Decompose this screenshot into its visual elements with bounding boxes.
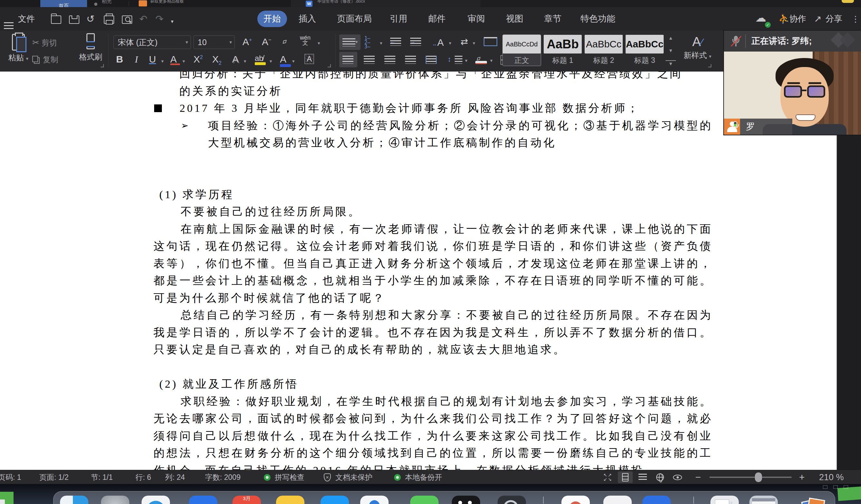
subscript-button[interactable]: X2 xyxy=(212,54,221,66)
dock-icon-app-white[interactable] xyxy=(603,495,632,504)
pinyin-guide-icon[interactable]: wén文 xyxy=(300,35,311,45)
line-spacing-dropdown-icon[interactable]: ▾ xyxy=(465,58,468,64)
dock-icon-calendar[interactable]: 3月 xyxy=(232,495,261,504)
bold-button[interactable]: B xyxy=(116,54,123,65)
share-button[interactable]: 分享 xyxy=(825,7,842,31)
web-view-button[interactable] xyxy=(653,472,668,483)
status-word-count[interactable]: 字数: 2009 xyxy=(205,470,241,484)
cut-button[interactable]: ✂ 剪切 xyxy=(32,38,71,49)
file-menu[interactable]: 文件 xyxy=(18,7,35,31)
numbered-list-dropdown-icon[interactable]: ▾ xyxy=(380,40,382,46)
cloud-sync-icon[interactable]: ☁ xyxy=(755,13,766,23)
justify-icon[interactable] xyxy=(405,56,416,64)
dock-icon-safari[interactable] xyxy=(141,495,170,504)
char-border-button[interactable]: A xyxy=(304,54,314,64)
hamburger-menu-icon[interactable] xyxy=(4,22,14,23)
dock-icon-app-blue[interactable] xyxy=(642,495,671,504)
styles-menu-icon[interactable]: ▼ xyxy=(666,60,676,66)
paste-button[interactable]: 粘贴 ▾ xyxy=(6,33,31,69)
zoom-level[interactable]: 210 % xyxy=(819,470,844,484)
zoom-slider-track[interactable] xyxy=(709,477,792,478)
toolbar-dropdown-icon[interactable]: ▾ xyxy=(171,17,174,26)
char-shading-dropdown-icon[interactable]: ▾ xyxy=(244,58,246,64)
dock-icon-camera-app[interactable] xyxy=(497,495,526,504)
distribute-icon[interactable] xyxy=(426,56,437,64)
char-spacing-button[interactable]: ↔A xyxy=(432,37,444,48)
tab-document[interactable]: W 毕业生寄语（修改）.docx xyxy=(291,0,480,7)
bullet-list-button[interactable]: ▾ xyxy=(339,34,360,50)
convert-icon[interactable]: ↺ xyxy=(86,14,95,24)
ribbon-tab-special-features[interactable]: 特色功能 xyxy=(580,7,615,31)
pinyin-dropdown-icon[interactable]: ▾ xyxy=(318,40,320,46)
status-page[interactable]: 页面: 1/2 xyxy=(39,470,69,484)
dock-icon-facetime[interactable] xyxy=(410,495,439,504)
style-heading3[interactable]: AaBbCc 标题 3 xyxy=(626,35,664,66)
print-preview-icon[interactable] xyxy=(122,15,132,24)
tab-docer[interactable]: 稻壳 xyxy=(102,0,112,5)
meeting-overlay[interactable]: 正在讲话: 罗纬; 罗纬 xyxy=(724,31,861,135)
status-spell-check[interactable]: 拼写检查 xyxy=(275,470,304,484)
line-spacing-icon[interactable]: ↕ xyxy=(448,55,451,64)
redo-icon[interactable]: ↷ xyxy=(155,14,164,24)
italic-button[interactable]: I xyxy=(135,54,138,65)
wrap-button[interactable]: ⇄ xyxy=(461,37,468,47)
format-painter-button[interactable]: 格式刷 xyxy=(77,33,105,62)
highlight-button[interactable]: ab̸ xyxy=(255,54,266,65)
dock-icon-app-dark[interactable] xyxy=(452,495,480,504)
new-style-button[interactable]: A⁄ 新样式 ▾ xyxy=(680,34,715,60)
undo-icon[interactable]: ↶ xyxy=(139,14,147,24)
outline-view-button[interactable] xyxy=(635,472,650,483)
increase-font-icon[interactable]: A+ xyxy=(243,37,252,47)
zoom-in-button[interactable]: + xyxy=(799,470,805,484)
font-size-select[interactable]: 10▾ xyxy=(193,36,235,49)
status-column[interactable]: 列: 24 xyxy=(165,470,185,484)
status-section[interactable]: 节: 1/1 xyxy=(91,470,113,484)
align-left-button[interactable] xyxy=(339,52,357,67)
dock-icon-settings[interactable] xyxy=(101,495,129,504)
align-right-icon[interactable] xyxy=(384,56,395,64)
ribbon-tab-start[interactable]: 开始 xyxy=(257,11,287,27)
status-line[interactable]: 行: 6 xyxy=(135,470,151,484)
save-icon[interactable] xyxy=(69,15,79,24)
underline-button[interactable]: U xyxy=(149,54,156,65)
collaborate-button[interactable]: 协作 xyxy=(789,7,806,31)
char-shading-icon[interactable]: A xyxy=(232,54,238,65)
underline-dropdown-icon[interactable]: ▾ xyxy=(161,58,164,64)
copy-button[interactable]: 复制 xyxy=(32,54,71,66)
eye-protect-button[interactable] xyxy=(670,472,685,483)
styles-scroll-up-icon[interactable]: ▲ xyxy=(666,35,676,41)
dock-icon-photos-pile[interactable] xyxy=(799,495,828,504)
fullscreen-button[interactable]: ↖↗↙↘ xyxy=(600,472,615,483)
superscript-button[interactable]: X2 xyxy=(193,54,203,65)
dock-icon-documents-stack[interactable] xyxy=(710,495,739,504)
font-color-dropdown-icon[interactable]: ▾ xyxy=(182,58,185,64)
ribbon-tab-review[interactable]: 审阅 xyxy=(468,7,485,31)
dock-icon-preview[interactable] xyxy=(360,495,388,504)
highlight-dropdown-icon[interactable]: ▾ xyxy=(270,58,272,64)
ruler-icon[interactable] xyxy=(484,37,497,46)
status-backup[interactable]: 本地备份开 xyxy=(405,470,442,484)
status-protection[interactable]: 文档未保护 xyxy=(336,470,372,484)
font-color-button[interactable]: A xyxy=(170,54,180,65)
styles-scroll-down-icon[interactable]: ▼ xyxy=(666,48,676,53)
clear-format-icon[interactable]: ⬨ xyxy=(280,37,290,46)
ribbon-tab-insert[interactable]: 插入 xyxy=(299,7,316,31)
text-highlight-button[interactable]: A xyxy=(280,54,291,67)
more-options-icon[interactable]: ⋮ xyxy=(851,14,860,24)
dock-icon-app-store[interactable] xyxy=(320,495,349,504)
style-heading1[interactable]: AaBb 标题 1 xyxy=(544,35,582,66)
style-heading2[interactable]: AaBbCc 标题 2 xyxy=(585,35,623,66)
ribbon-tab-mailings[interactable]: 邮件 xyxy=(428,7,446,31)
page-view-button[interactable] xyxy=(618,472,633,483)
dock-icon-finder[interactable] xyxy=(60,495,88,504)
dock-icon-mail[interactable] xyxy=(189,495,217,504)
tab-home[interactable]: 首页 xyxy=(40,0,87,7)
mic-muted-icon[interactable] xyxy=(731,35,741,47)
decrease-font-icon[interactable]: A− xyxy=(262,37,271,47)
open-file-icon[interactable] xyxy=(51,15,61,24)
print-icon[interactable] xyxy=(104,15,114,24)
numbered-list-button[interactable]: 1—2—3— xyxy=(365,37,370,49)
style-normal[interactable]: AaBbCcDd 正文 xyxy=(503,35,541,66)
zoom-out-button[interactable]: − xyxy=(695,470,701,484)
ribbon-tab-references[interactable]: 引用 xyxy=(390,7,407,31)
